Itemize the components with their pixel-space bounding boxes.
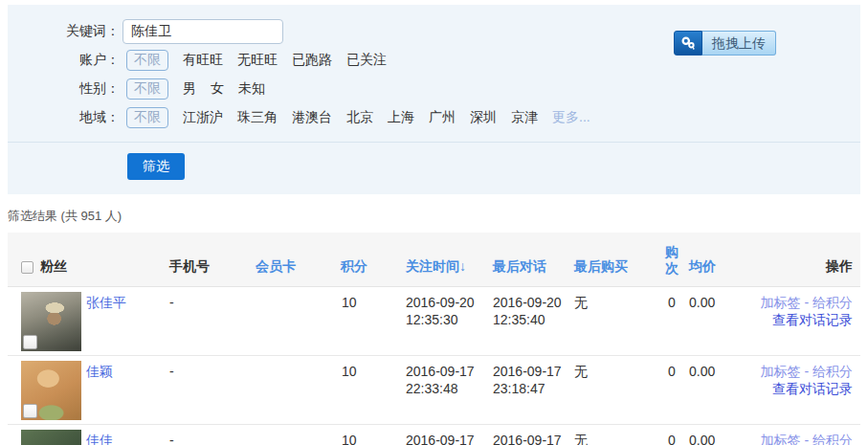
- region-option-unlimited[interactable]: 不限: [126, 107, 168, 128]
- avg-price-value: 0.00: [689, 432, 715, 445]
- buy-times-value: 0: [668, 432, 676, 445]
- gender-option-unlimited[interactable]: 不限: [126, 78, 168, 100]
- phone-value: -: [169, 294, 174, 311]
- gender-row: 性别： 不限 男 女 未知: [8, 78, 860, 100]
- avg-price-value: 0.00: [689, 294, 715, 311]
- fan-avatar: [21, 361, 81, 420]
- gender-option-unknown[interactable]: 未知: [238, 80, 265, 98]
- last-talk-value: 2016-09-1723:18:47: [493, 363, 562, 397]
- col-avg-price[interactable]: 均价: [689, 258, 716, 276]
- region-option-shenzhen[interactable]: 深圳: [470, 109, 497, 126]
- col-last-buy[interactable]: 最后购买: [574, 258, 628, 276]
- buy-times-value: 0: [668, 363, 676, 380]
- gender-option-male[interactable]: 男: [183, 80, 196, 98]
- view-chat-log-link[interactable]: 查看对话记录: [772, 381, 853, 396]
- fan-name-link[interactable]: 佳佳: [86, 432, 113, 445]
- row-operations: 加标签 - 给积分: [761, 432, 853, 445]
- row-select-checkbox[interactable]: [23, 404, 37, 418]
- talk-date: 2016-09-20: [493, 295, 562, 310]
- row-operations: 加标签 - 给积分查看对话记录: [761, 363, 853, 397]
- last-talk-value: 2016-09-2012:35:40: [493, 294, 562, 328]
- col-phone: 手机号: [169, 258, 210, 276]
- account-option-followed[interactable]: 已关注: [346, 52, 387, 69]
- account-option-has-wangwang[interactable]: 有旺旺: [183, 52, 223, 69]
- follow-date: 2016-09-17: [406, 364, 475, 379]
- follow-clock: 22:33:48: [406, 381, 458, 396]
- gender-option-female[interactable]: 女: [211, 80, 224, 98]
- talk-clock: 12:35:40: [493, 312, 545, 327]
- table-row: 佳佳 - 10 2016-09-17 2016-09-17 无 0 0.00 加…: [8, 425, 860, 445]
- fan-name-link[interactable]: 张佳平: [86, 294, 126, 311]
- region-option-beijing[interactable]: 北京: [346, 109, 373, 126]
- account-row: 账户： 不限 有旺旺 无旺旺 已跑路 已关注: [8, 50, 860, 71]
- follow-time-value: 2016-09-17: [406, 432, 475, 445]
- fan-avatar: [21, 292, 81, 351]
- account-label: 账户：: [8, 52, 120, 69]
- select-all-checkbox[interactable]: [21, 261, 33, 274]
- filter-panel: 关键词： 拖拽上传 账户： 不限 有旺旺 无旺旺 已跑路 已关注: [8, 5, 860, 194]
- points-value: 10: [342, 432, 357, 445]
- col-points[interactable]: 积分: [341, 258, 367, 276]
- talk-date: 2016-09-17: [493, 433, 562, 445]
- table-header: 粉丝 手机号 会员卡 积分 关注时间↓ 最后对话 最后购买 购次 均价 操作: [8, 233, 860, 287]
- follow-date: 2016-09-17: [406, 433, 475, 445]
- avg-price-value: 0.00: [689, 363, 715, 380]
- add-tag-give-points-link[interactable]: 加标签 - 给积分: [761, 295, 853, 310]
- account-option-ran-away[interactable]: 已跑路: [292, 52, 332, 69]
- col-buy-times[interactable]: 购次: [665, 244, 680, 277]
- gender-label: 性别：: [8, 80, 120, 98]
- table-row: 张佳平 - 10 2016-09-2012:35:30 2016-09-2012…: [8, 287, 860, 356]
- follow-time-value: 2016-09-1722:33:48: [406, 363, 475, 397]
- table-row: 佳颖 - 10 2016-09-1722:33:48 2016-09-1723:…: [8, 356, 860, 425]
- region-row: 地域： 不限 江浙沪 珠三角 港澳台 北京 上海 广州 深圳 京津 更多...: [8, 107, 860, 128]
- points-value: 10: [342, 363, 357, 380]
- col-member-card[interactable]: 会员卡: [256, 258, 296, 276]
- last-buy-value: 无: [574, 363, 588, 380]
- region-option-jingjin[interactable]: 京津: [511, 109, 538, 126]
- follow-time-value: 2016-09-2012:35:30: [406, 294, 475, 328]
- col-last-talk[interactable]: 最后对话: [493, 258, 546, 276]
- talk-date: 2016-09-17: [493, 364, 562, 379]
- last-buy-value: 无: [574, 432, 588, 445]
- region-option-gat[interactable]: 港澳台: [292, 109, 332, 126]
- follow-date: 2016-09-20: [406, 295, 475, 310]
- fan-name-link[interactable]: 佳颖: [86, 363, 113, 380]
- follow-clock: 12:35:30: [406, 312, 458, 327]
- keyword-label: 关键词：: [8, 23, 120, 40]
- add-tag-give-points-link[interactable]: 加标签 - 给积分: [761, 364, 853, 379]
- page: 关键词： 拖拽上传 账户： 不限 有旺旺 无旺旺 已跑路 已关注: [0, 0, 868, 445]
- results-summary: 筛选结果 (共 951 人): [8, 208, 122, 225]
- region-option-guangzhou[interactable]: 广州: [429, 109, 456, 126]
- sort-down-arrow-icon: ↓: [459, 258, 466, 274]
- last-buy-value: 无: [574, 294, 588, 311]
- col-fans: 粉丝: [40, 258, 67, 276]
- buy-times-value: 0: [668, 294, 676, 311]
- col-follow-time-sort[interactable]: 关注时间↓: [406, 258, 466, 276]
- row-operations: 加标签 - 给积分查看对话记录: [761, 294, 853, 328]
- phone-value: -: [169, 432, 174, 445]
- region-more-link[interactable]: 更多...: [552, 109, 590, 126]
- fans-table: 粉丝 手机号 会员卡 积分 关注时间↓ 最后对话 最后购买 购次 均价 操作 张…: [8, 233, 860, 445]
- keyword-input[interactable]: [122, 19, 283, 44]
- region-label: 地域：: [8, 109, 120, 126]
- row-select-checkbox[interactable]: [23, 335, 37, 349]
- col-follow-time-label: 关注时间: [406, 258, 459, 274]
- account-option-unlimited[interactable]: 不限: [126, 50, 168, 71]
- region-option-shanghai[interactable]: 上海: [388, 109, 414, 126]
- panel-divider: [8, 142, 860, 143]
- region-option-jzh[interactable]: 江浙沪: [183, 109, 223, 126]
- talk-clock: 23:18:47: [493, 381, 545, 396]
- view-chat-log-link[interactable]: 查看对话记录: [772, 312, 853, 327]
- filter-submit-button[interactable]: 筛选: [127, 153, 185, 180]
- col-operations: 操作: [826, 258, 853, 276]
- region-option-zsj[interactable]: 珠三角: [237, 109, 278, 126]
- last-talk-value: 2016-09-17: [493, 432, 562, 445]
- account-option-no-wangwang[interactable]: 无旺旺: [237, 52, 278, 69]
- points-value: 10: [342, 294, 357, 311]
- add-tag-give-points-link[interactable]: 加标签 - 给积分: [761, 433, 853, 445]
- fan-avatar: [21, 430, 81, 445]
- phone-value: -: [169, 363, 174, 380]
